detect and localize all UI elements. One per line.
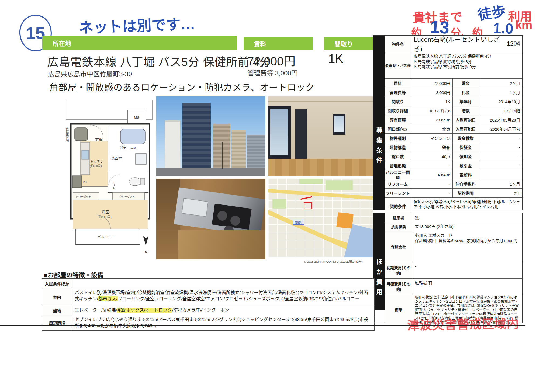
features-table: 入居条件ほか室内バストイレ別/洗濯機置場(室内)/追焚機能浴室/浴室乾燥機/温水…: [42, 278, 375, 331]
floorplan-wash-label: 洗面室: [111, 156, 122, 160]
floorplan-kitchen-size: (約3.8畳): [90, 164, 102, 168]
features-title: ■お部屋の特徴・設備: [44, 270, 103, 279]
property-name-row: 物件名 Lucent石﨑(ルーセントいしざき) 1204: [385, 36, 522, 52]
bottom-divider: [0, 325, 525, 327]
spec-row: 建物構造鉄骨保証金-: [385, 143, 522, 152]
property-name-value: Lucent石﨑(ルーセントいしざき): [414, 36, 507, 52]
layout-label: 間取り: [334, 39, 353, 48]
highlighted-feature: 都市ガス/: [98, 296, 118, 301]
catchphrase: 角部屋・開放感のあるロケーション・防犯カメラ、オートロック: [49, 80, 315, 93]
layout-header-bar: 間取り: [324, 37, 375, 50]
cost-row: 月額費用(その他)駐輪場 有: [385, 279, 522, 294]
handwritten-minutes-value: 13: [430, 17, 450, 38]
interior-photo: [268, 96, 373, 176]
map-credit: © 2018 ZENRIN CO., LTD.(Z19LE第1442号): [304, 259, 363, 263]
location-header-bar: 所在地: [42, 36, 237, 50]
unit-number: 1204: [507, 40, 520, 47]
spec-row: 開口部向き北東入居可能日2026年04月下旬: [385, 124, 522, 134]
spec-row: リフォーム-仲介手数料1ヶ月: [385, 179, 522, 189]
rent-amount: 72,000円: [247, 52, 296, 69]
map-image: 竹屋町: [268, 179, 373, 257]
recruit-conditions-label: 募集条件: [374, 127, 383, 210]
spec-row: 専有面積29.85m²内覧可能日2026年03月28日: [385, 115, 522, 124]
property-flyer-scan: 15 ネットは別です… 貴社まで 徒歩 利用 約 13 分、約 1.0 km 所…: [0, 0, 554, 392]
floorplan-kitchen-label: キッチン: [90, 159, 104, 164]
floorplan-compass-label: N: [145, 250, 147, 254]
other-costs-label: ほか費用: [374, 259, 383, 310]
floorplan-mb-label: MB: [134, 115, 139, 119]
spec-row: 物件種別マンション敷金積増-: [385, 134, 522, 143]
spec-row: 賃料72,000円敷金2ヶ月: [385, 79, 522, 88]
rent-header-bar: 賃料: [244, 37, 313, 50]
stations-label: 最寄 駅・バス停: [385, 52, 411, 78]
kitchen-photo: [156, 179, 265, 259]
property-spec-table: 募集条件 物件名 Lucent石﨑(ルーセントいしざき) 1204 最寄 駅・バ…: [373, 35, 523, 210]
highlighted-feature: 宅配ボックス/オートロック: [117, 308, 172, 313]
floorplan-image: MB 自転車置場 玄関 浴室 (1216) 洗面室 キッチン (約3.8畳): [50, 95, 155, 260]
other-cost-rows: 駐車場無損害保険要18,000円 (2年更新)保証会社必加入 エポスカード 保証…: [385, 213, 522, 325]
map-building-block: [336, 213, 354, 229]
spec-row: バルコニー面積4.64m²更新料: [385, 170, 522, 179]
section-strip-other: ほか費用: [373, 213, 385, 310]
spec-row: フリーレント-契約期間2年: [385, 189, 522, 198]
floorplan-bath-label: 浴室: [119, 145, 126, 150]
feature-row: 周辺環境セブンイレブン広島じぞう通りまで320m/アーバス東千田まで320m/フ…: [42, 315, 374, 330]
stations-value: 広島電鉄本線 八丁堀 バス5分 保健所前 4分 広島電鉄宇品線 鷹野橋 徒歩 8…: [411, 52, 522, 78]
floorplan-closet2-label: クローゼット: [119, 195, 135, 198]
layout-value: 1K: [328, 51, 343, 66]
spec-row: 管理形態-敷引金-: [385, 161, 522, 170]
floorplan-ps1-label: PS: [83, 181, 87, 184]
station-access-title: 広島電鉄本線 八丁堀 バス5分 保健所前 4分: [47, 53, 271, 69]
location-label: 所在地: [53, 39, 71, 48]
handwritten-distance-value: 1.0: [493, 20, 514, 37]
admin-fee: 管理費等 3,000円: [247, 68, 298, 77]
spec-row: 総戸数40戸償却金-: [385, 152, 522, 161]
section-strip-recruit: 募集条件: [373, 36, 385, 210]
floorplan-western-label: 洋室: [102, 210, 109, 214]
floorplan-bicycle-label: 自転車置場: [65, 127, 69, 142]
cost-row: 駐車場無: [385, 213, 522, 222]
spec-row: 間取り詳細K 3.8 洋7.8階数12 / 14階: [385, 106, 522, 115]
property-address: 広島県広島市中区竹屋町3-30: [48, 69, 132, 78]
map-property-marker: [304, 202, 312, 209]
property-name-label: 物件名: [385, 36, 411, 52]
feature-row: 室内バストイレ別/洗濯機置場(室内)/追焚機能浴室/浴室乾燥機/温水洗浄便座/洗…: [42, 288, 374, 306]
rent-label: 賃料: [254, 39, 266, 48]
cost-row: 保証会社必加入 エポスカード 保証料:初回_賃料等の50%、家賃収納月から毎月1…: [385, 231, 522, 262]
stations-row: 最寄 駅・バス停 広島電鉄本線 八丁堀 バス5分 保健所前 4分 広島電鉄宇品線…: [385, 52, 522, 79]
spec-row: 管理費等3,000円礼金1ヶ月: [385, 88, 522, 97]
feature-row: 建物エレベーター/駐輪場/宅配ボックス/オートロック/防犯カメラ/TVインターホ…: [42, 306, 374, 315]
contract-conditions-row: 契約条件 保証人:不要/楽器:不可/ペット:不可/事務所利用:不可/ルームシェア…: [385, 198, 522, 215]
map-town-label: 竹屋町: [293, 220, 304, 225]
handwritten-km: km: [515, 18, 532, 32]
cost-row: 損害保険要18,000円 (2年更新): [385, 222, 522, 231]
floorplan-closet1-label: クローゼット: [76, 195, 91, 198]
tsunami-warning-stamp: 津波災害警戒区域内: [407, 314, 526, 333]
map-park-area: [326, 180, 353, 190]
floorplan-toilet-label: トイレ: [112, 181, 116, 189]
contract-value: 保証人:不要/楽器:不可/ペット:不可/事務所利用:不可/ルームシェア:不可/水…: [411, 198, 522, 215]
floorplan-bath-size: (1216): [130, 146, 137, 149]
floorplan-balcony-label: バルコニー: [97, 235, 115, 239]
cost-row: 初期費用(その他)-: [385, 262, 522, 279]
contract-label: 契約条件: [385, 198, 411, 215]
feature-row: 入居条件ほか: [42, 279, 374, 288]
spec-rows: 賃料72,000円敷金2ヶ月管理費等3,000円礼金1ヶ月間取り1K築年月201…: [385, 79, 522, 198]
handwritten-note-internet: ネットは別です…: [78, 12, 195, 37]
building-photo: [156, 96, 265, 176]
spec-row: 間取り1K築年月2014年10月: [385, 97, 522, 106]
other-costs-table: ほか費用 駐車場無損害保険要18,000円 (2年更新)保証会社必加入 エポスカ…: [373, 213, 523, 323]
